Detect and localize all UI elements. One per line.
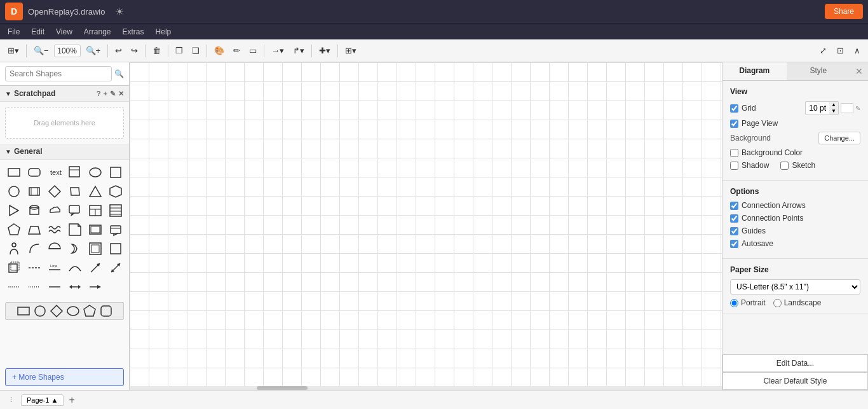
autosave-label[interactable]: Autosave xyxy=(730,239,773,248)
background-color-checkbox-label[interactable]: Background Color xyxy=(730,148,803,157)
shape-diamond[interactable] xyxy=(46,183,64,200)
undo-button[interactable]: ↩ xyxy=(111,43,126,58)
shadow-checkbox[interactable] xyxy=(730,162,738,170)
fullscreen-button[interactable]: ⤢ xyxy=(816,43,831,58)
grid-color-box[interactable] xyxy=(841,103,853,113)
shape-sticky[interactable] xyxy=(66,163,84,181)
add-page-button[interactable]: + xyxy=(66,394,77,406)
shape-curve[interactable] xyxy=(66,259,84,277)
tab-diagram[interactable]: Diagram xyxy=(722,62,787,80)
fill-color-button[interactable]: 🎨 xyxy=(210,43,228,58)
grid-checkbox[interactable] xyxy=(730,104,738,113)
paper-size-select[interactable]: US-Letter (8.5" x 11") A4 (210 × 297mm) … xyxy=(730,279,860,295)
shape-callout[interactable] xyxy=(66,202,84,219)
background-change-button[interactable]: Change... xyxy=(818,132,860,144)
shape-line-label[interactable]: Line xyxy=(46,259,64,277)
waypoint-button[interactable]: ↱▾ xyxy=(289,43,308,58)
grid-decrement-button[interactable]: ▼ xyxy=(829,108,838,114)
shape-cylinder[interactable] xyxy=(25,202,43,219)
page-view-button[interactable]: ⊡ xyxy=(833,43,848,58)
share-button[interactable]: Share xyxy=(825,4,863,19)
connection-style-button[interactable]: →▾ xyxy=(268,43,288,58)
shape-circle[interactable] xyxy=(5,183,23,200)
shape-half-circle[interactable] xyxy=(46,240,64,258)
shape-line-dotted[interactable] xyxy=(25,278,43,296)
connection-arrows-label[interactable]: Connection Arrows xyxy=(730,201,806,210)
menu-edit[interactable]: Edit xyxy=(26,26,50,38)
shape-process[interactable] xyxy=(25,183,43,200)
extra-shape-6[interactable] xyxy=(99,304,113,318)
background-color-checkbox[interactable] xyxy=(730,149,738,157)
page-tab-expand[interactable]: ▲ xyxy=(51,396,58,404)
extra-shape-4[interactable] xyxy=(66,304,80,318)
shape-folded[interactable] xyxy=(5,259,23,277)
collapse-button[interactable]: ∧ xyxy=(850,43,864,58)
shape-line-thin[interactable] xyxy=(5,278,23,296)
shape-inner-box[interactable] xyxy=(107,240,125,258)
canvas-scroll-thumb[interactable] xyxy=(257,386,308,390)
shape-pentagon[interactable] xyxy=(5,221,23,239)
shape-outer-box[interactable] xyxy=(86,240,104,258)
to-back-button[interactable]: ❑ xyxy=(188,43,203,58)
page-tab[interactable]: Page-1 ▲ xyxy=(21,394,64,406)
portrait-label[interactable]: Portrait xyxy=(730,298,766,307)
grid-checkbox-label[interactable]: Grid xyxy=(730,104,756,113)
shape-crescent[interactable] xyxy=(66,240,84,258)
connection-arrows-checkbox[interactable] xyxy=(730,202,738,210)
scratchpad-edit-icon[interactable]: ✎ xyxy=(110,90,116,98)
shape-rectangle[interactable] xyxy=(5,163,23,181)
zoom-out-button[interactable]: 🔍− xyxy=(30,43,53,58)
shape-rounded-rect[interactable] xyxy=(25,163,43,181)
shape-hexagon[interactable] xyxy=(107,183,125,200)
scratchpad-add-icon[interactable]: + xyxy=(104,90,107,98)
autosave-checkbox[interactable] xyxy=(730,240,738,248)
shape-parallelogram[interactable] xyxy=(66,183,84,200)
menu-help[interactable]: Help xyxy=(151,26,177,38)
search-input[interactable] xyxy=(5,66,112,81)
redo-button[interactable]: ↪ xyxy=(127,43,142,58)
panel-close-button[interactable]: ✕ xyxy=(850,62,868,80)
insert-button[interactable]: ✚▾ xyxy=(315,43,334,58)
scratchpad-section-header[interactable]: ▼ Scratchpad ? + ✎ ✕ xyxy=(0,86,129,102)
menu-view[interactable]: View xyxy=(51,26,78,38)
page-view-checkbox-label[interactable]: Page View xyxy=(730,119,778,128)
grid-increment-button[interactable]: ▲ xyxy=(829,102,838,108)
toggle-sidebar-button[interactable]: ⊞▾ xyxy=(4,43,23,58)
shape-line-h[interactable] xyxy=(25,259,43,277)
connection-points-checkbox[interactable] xyxy=(730,214,738,223)
shape-line-straight[interactable] xyxy=(46,278,64,296)
line-color-button[interactable]: ✏ xyxy=(229,43,244,58)
page-menu-button[interactable]: ⋮ xyxy=(4,394,18,406)
shape-dialog[interactable] xyxy=(107,221,125,239)
connection-points-label[interactable]: Connection Points xyxy=(730,214,803,223)
sketch-checkbox[interactable] xyxy=(780,162,789,170)
page-view-checkbox[interactable] xyxy=(730,120,738,128)
clear-default-style-button[interactable]: Clear Default Style xyxy=(722,372,868,390)
canvas-area[interactable] xyxy=(130,62,722,390)
menu-file[interactable]: File xyxy=(3,26,25,38)
shape-list[interactable] xyxy=(107,202,125,219)
zoom-in-button[interactable]: 🔍+ xyxy=(82,43,105,58)
shape-frame[interactable] xyxy=(86,221,104,239)
shape-person[interactable] xyxy=(5,240,23,258)
shape-trapezoid[interactable] xyxy=(25,221,43,239)
to-front-button[interactable]: ❐ xyxy=(172,43,187,58)
scratchpad-close-icon[interactable]: ✕ xyxy=(118,90,124,98)
shape-ellipse[interactable] xyxy=(86,163,104,181)
sketch-checkbox-label[interactable]: Sketch xyxy=(780,161,815,170)
shape-triangle[interactable] xyxy=(86,183,104,200)
shadow-checkbox-label[interactable]: Shadow xyxy=(730,161,769,170)
search-icon[interactable]: 🔍 xyxy=(114,69,124,78)
extra-shape-1[interactable] xyxy=(17,304,31,318)
shape-arrow-single[interactable] xyxy=(86,278,104,296)
shape-arc[interactable] xyxy=(25,240,43,258)
shape-table[interactable] xyxy=(86,202,104,219)
shape-arrow-diagonal-up-right[interactable] xyxy=(107,259,125,277)
delete-button[interactable]: 🗑 xyxy=(149,43,165,58)
grid-edit-icon[interactable]: ✎ xyxy=(855,105,860,112)
shape-arrow-both[interactable] xyxy=(66,278,84,296)
shape-play[interactable] xyxy=(5,202,23,219)
shape-text[interactable]: text xyxy=(46,163,64,181)
shape-cloud[interactable] xyxy=(46,202,64,219)
menu-arrange[interactable]: Arrange xyxy=(79,26,116,38)
